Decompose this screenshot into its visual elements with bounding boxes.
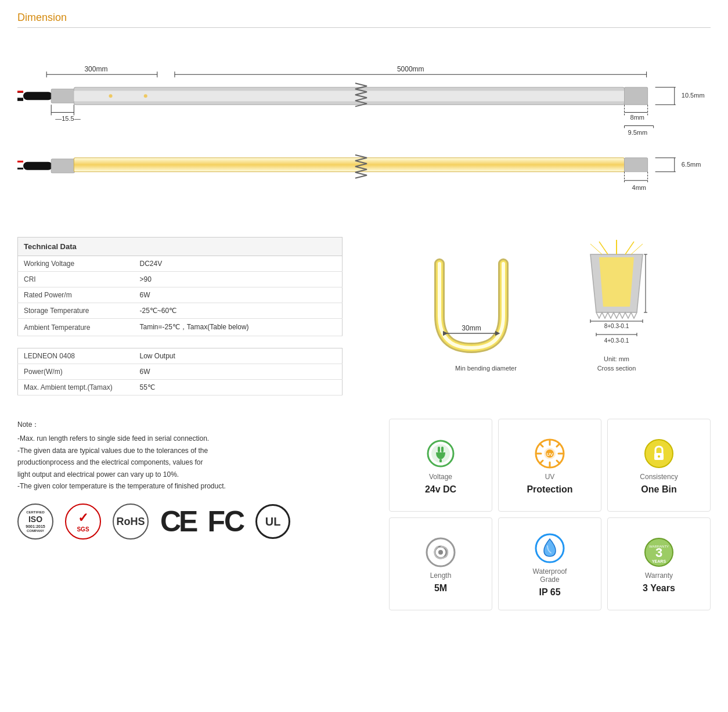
svg-rect-35	[23, 162, 52, 170]
consistency-icon	[643, 438, 675, 469]
badge-row1: Voltage 24v DC	[389, 419, 711, 512]
consistency-label: Consistency	[640, 473, 677, 481]
svg-rect-73	[439, 459, 442, 462]
table1-value: Tamin=-25℃，Tamax(Table below)	[134, 319, 343, 336]
warranty-value: 3 Years	[643, 583, 675, 594]
title-divider	[17, 27, 711, 28]
svg-line-83	[557, 444, 560, 447]
svg-rect-15	[74, 91, 624, 101]
waterproof-value: IP 65	[539, 587, 560, 598]
table1-label: Working Voltage	[18, 256, 134, 272]
length-value: 5M	[434, 583, 447, 594]
bend-label: Min bending diameter	[455, 365, 517, 372]
uv-label: UV	[545, 473, 555, 481]
badge-row2: Length 5M WaterproofGrade IP 65	[389, 517, 711, 610]
table1-header: Technical Data	[18, 238, 343, 256]
note-line: light output and electrical power can va…	[17, 469, 366, 480]
badge-waterproof: WaterproofGrade IP 65	[498, 517, 601, 610]
bottom-right: Voltage 24v DC	[389, 419, 711, 610]
svg-rect-38	[51, 159, 74, 173]
table1-label: Ambient Temperature	[18, 319, 134, 336]
badge-consistency: Consistency One Bin	[607, 419, 711, 512]
bottom-left: Note： -Max. run length refers to single …	[17, 419, 366, 610]
svg-line-82	[557, 461, 560, 463]
svg-rect-71	[438, 447, 440, 452]
uv-value: Protection	[527, 484, 572, 495]
cert-iso: CERTIFIED ISO 9001:2015 COMPANY	[17, 504, 53, 540]
bend-diagrams: 30mm Min bending diameter	[422, 237, 654, 372]
svg-text:WARRANTY: WARRANTY	[649, 545, 669, 548]
uv-icon: UV	[534, 438, 565, 469]
certifications: CERTIFIED ISO 9001:2015 COMPANY ✓ SGS Ro…	[17, 504, 366, 540]
section-title: Dimension	[17, 12, 711, 24]
voltage-label: Voltage	[429, 473, 452, 481]
table2-value: 55℃	[134, 380, 343, 395]
svg-rect-39	[74, 158, 624, 172]
svg-text:30mm: 30mm	[462, 324, 481, 332]
cert-ul: UL	[255, 504, 290, 539]
table1-value: -25℃~60℃	[134, 303, 343, 319]
svg-rect-72	[441, 447, 444, 452]
warranty-label: Warranty	[645, 571, 673, 580]
badge-uv: UV UV Protection	[498, 419, 601, 512]
svg-line-55	[625, 242, 634, 254]
badge-warranty: 3 YEARS WARRANTY Warranty 3 Years	[607, 517, 711, 610]
svg-point-16	[109, 94, 113, 98]
svg-rect-36	[17, 161, 23, 163]
svg-point-92	[438, 550, 443, 555]
note-line: -The given color temperature is the temp…	[17, 480, 366, 492]
svg-text:4mm: 4mm	[632, 184, 646, 191]
note-line: -The given data are typical values due t…	[17, 445, 366, 456]
svg-text:9.5mm: 9.5mm	[628, 129, 648, 136]
table1-label: CRI	[18, 272, 134, 287]
svg-rect-8	[23, 92, 52, 100]
waterproof-icon	[534, 533, 565, 564]
table2-label: Power(W/m)	[18, 364, 134, 380]
cert-sgs: ✓ SGS	[65, 504, 101, 540]
badge-voltage: Voltage 24v DC	[389, 419, 492, 512]
technical-data-table2: LEDNEON 0408Low OutputPower(W/m)6WMax. A…	[17, 348, 343, 395]
table2-value: 6W	[134, 364, 343, 380]
svg-line-57	[631, 244, 643, 254]
svg-rect-37	[17, 168, 23, 170]
svg-text:8mm: 8mm	[630, 114, 644, 121]
waterproof-label: WaterproofGrade	[533, 567, 567, 584]
badge-length: Length 5M	[389, 517, 492, 610]
svg-rect-12	[17, 98, 23, 99]
table2-label: Max. Ambient tempt.(Tamax)	[18, 380, 134, 395]
notes-section: Note： -Max. run length refers to single …	[17, 419, 366, 492]
cert-fc: FC	[207, 507, 244, 536]
cross-section-label2: Cross section	[597, 365, 636, 372]
svg-marker-52	[599, 257, 634, 307]
svg-text:5000mm: 5000mm	[397, 65, 424, 73]
svg-rect-40	[624, 158, 647, 172]
plug-icon	[425, 438, 456, 469]
bottom-section: Note： -Max. run length refers to single …	[17, 419, 711, 610]
tech-section: Technical Data Working VoltageDC24VCRI>9…	[17, 237, 711, 407]
cert-rohs: RoHS	[113, 504, 149, 540]
svg-text:300mm: 300mm	[84, 65, 107, 73]
table1-value: 6W	[134, 287, 343, 303]
svg-point-17	[144, 94, 147, 98]
length-icon	[425, 537, 456, 568]
note-line: -Max. run length refers to single side f…	[17, 433, 366, 444]
tech-diagram: 30mm Min bending diameter	[366, 237, 711, 407]
dimension-diagram: 300mm 5000mm 10.5mm	[17, 39, 711, 225]
table2-label: LEDNEON 0408	[18, 348, 134, 364]
svg-text:6.5mm: 6.5mm	[682, 161, 701, 168]
svg-text:YEARS: YEARS	[652, 559, 666, 563]
svg-rect-11	[17, 91, 23, 92]
svg-line-84	[540, 461, 543, 463]
tech-tables: Technical Data Working VoltageDC24VCRI>9…	[17, 237, 343, 407]
note-title: Note：	[17, 419, 366, 430]
technical-data-table1: Technical Data Working VoltageDC24VCRI>9…	[17, 237, 343, 336]
cert-ce: CE	[160, 507, 196, 536]
svg-rect-13	[51, 89, 74, 103]
svg-line-81	[540, 444, 543, 447]
svg-text:4+0.3-0.1: 4+0.3-0.1	[604, 337, 629, 344]
svg-line-54	[599, 242, 608, 254]
svg-text:8+0.3-0.1: 8+0.3-0.1	[604, 323, 629, 329]
svg-text:—15.5—: —15.5—	[55, 115, 81, 122]
voltage-value: 24v DC	[425, 484, 456, 495]
table2-value: Low Output	[134, 348, 343, 364]
